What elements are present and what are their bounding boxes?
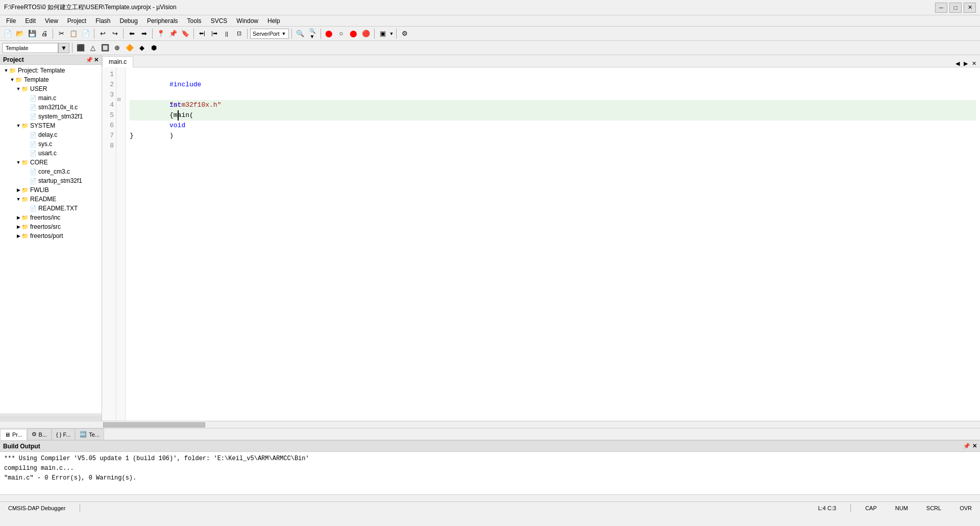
tree-item-sys[interactable]: ▶ 📄 sys.c [0,139,102,149]
minimize-button[interactable]: ─ [935,3,947,13]
expand-freertos-src[interactable]: ▶ [15,224,21,230]
code-content[interactable]: #include "stm32f10x.h" int main( void ) … [126,67,980,421]
project-hscroll-track[interactable] [0,415,102,420]
build-stop-btn[interactable]: ⬤ [324,28,335,39]
copy-btn[interactable]: 📋 [68,28,79,39]
find-btn[interactable]: 🔍 [295,28,306,39]
redo-btn[interactable]: ↪ [109,28,120,39]
hscroll-editor-track[interactable] [102,421,980,428]
tree-item-core[interactable]: ▼ 📁 CORE [0,158,102,167]
rebuild-btn[interactable]: 🔲 [100,42,111,54]
build-target-btn[interactable]: △ [87,42,99,54]
undo-btn[interactable]: ↩ [97,28,108,39]
new-file-btn[interactable]: 📄 [2,28,13,39]
bottom-tab-functions[interactable]: { } F... [52,428,75,440]
expand-freertos-port[interactable]: ▶ [15,233,21,239]
project-combo-arrow[interactable]: ▼ [58,43,69,53]
open-mdk-btn[interactable]: ⬢ [149,42,160,54]
bottom-tab-templates[interactable]: 🔤 Te... [75,428,104,440]
panel-close-btn[interactable]: ✕ [94,57,99,63]
next-bookmark-btn[interactable]: 🔖 [180,28,191,39]
erase-btn[interactable]: 🔴 [360,28,372,39]
tree-item-fwlib[interactable]: ▶ 📁 FWLIB [0,185,102,195]
menu-help[interactable]: Help [263,16,284,26]
code-editor[interactable]: 1 2 3 4 5 6 7 8 ⊟ [102,67,980,421]
save-btn[interactable]: 💾 [27,28,38,39]
expand-freertos-inc[interactable]: ▶ [15,214,21,221]
tree-item-readme[interactable]: ▼ 📁 README [0,195,102,204]
tree-item-usart[interactable]: ▶ 📄 usart.c [0,149,102,158]
view1-btn[interactable]: ▣ [377,28,388,39]
tab-scroll-left[interactable]: ◀ [954,60,961,67]
tree-item-core-cm3[interactable]: ▶ 📄 core_cm3.c [0,167,102,176]
gutter-4[interactable]: ⊟ [117,95,124,104]
save-all-btn[interactable]: 🖨 [39,28,50,39]
panel-pin-btn[interactable]: 📌 [86,57,93,63]
tree-item-freertos-inc[interactable]: ▶ 📁 freertos/inc [0,213,102,222]
serverport-combo[interactable]: ServerPort ▼ [250,29,289,39]
tree-item-freertos-src[interactable]: ▶ 📁 freertos/src [0,222,102,231]
build-close-btn[interactable]: ✕ [972,443,977,449]
tree-item-system[interactable]: ▼ 📁 SYSTEM [0,121,102,130]
build-output-content[interactable]: *** Using Compiler 'V5.05 update 1 (buil… [0,452,980,494]
run-btn[interactable]: ○ [336,28,347,39]
start-debug-btn[interactable]: ◆ [136,42,148,54]
expand-fwlib[interactable]: ▶ [15,187,21,193]
tab-scroll-right[interactable]: ▶ [962,60,969,67]
expand-template[interactable]: ▼ [9,77,15,83]
hscroll-thumb[interactable] [103,422,205,427]
bottom-tab-build[interactable]: ⚙ B... [27,428,52,440]
search-opt-btn[interactable]: 🔍▼ [307,28,318,39]
close-button[interactable]: ✕ [964,3,976,13]
editor-hscroll[interactable] [0,421,980,428]
view-arrow[interactable]: ▼ [389,31,394,36]
expand-core[interactable]: ▼ [15,159,21,165]
tree-item-system-stm32[interactable]: ▶ 📄 system_stm32f1 [0,112,102,121]
debug-btn[interactable]: ⬤ [348,28,359,39]
tree-item-stm32-it[interactable]: ▶ 📄 stm32f10x_it.c [0,103,102,112]
menu-window[interactable]: Window [232,16,262,26]
cut-btn[interactable]: ✂ [56,28,67,39]
batch-build-btn[interactable]: ⊕ [112,42,123,54]
tree-item-main-c[interactable]: ▶ 📄 main.c [0,93,102,103]
build-hscroll[interactable] [0,494,980,501]
toggle-comment-btn[interactable]: || [221,28,232,39]
expand-project-root[interactable]: ▼ [3,67,9,74]
format-btn[interactable]: ⊡ [233,28,244,39]
tree-item-delay[interactable]: ▶ 📄 delay.c [0,130,102,139]
menu-svcs[interactable]: SVCS [207,16,232,26]
options-btn[interactable]: ⚙ [399,28,410,39]
expand-user[interactable]: ▼ [15,86,21,92]
tree-item-user[interactable]: ▼ 📁 USER [0,84,102,93]
download-btn[interactable]: 🔶 [124,42,135,54]
menu-file[interactable]: File [2,16,20,26]
serverport-arrow[interactable]: ▼ [282,31,286,36]
bookmark-btn[interactable]: 📍 [155,28,166,39]
tree-item-template[interactable]: ▼ 📁 Template [0,75,102,84]
restore-button[interactable]: □ [949,3,962,13]
back-btn[interactable]: ⬅ [126,28,137,39]
expand-system[interactable]: ▼ [15,123,21,129]
menu-view[interactable]: View [41,16,62,26]
menu-debug[interactable]: Debug [116,16,142,26]
prev-bookmark-btn[interactable]: 📌 [167,28,179,39]
target-options-btn[interactable]: ⬛ [75,42,86,54]
tab-main-c[interactable]: main.c [102,56,133,67]
tree-item-freertos-port[interactable]: ▶ 📁 freertos/port [0,231,102,241]
menu-tools[interactable]: Tools [183,16,206,26]
open-btn[interactable]: 📂 [14,28,26,39]
project-hscroll[interactable] [0,414,102,421]
menu-peripherals[interactable]: Peripherals [143,16,182,26]
menu-project[interactable]: Project [63,16,90,26]
tree-item-startup[interactable]: ▶ 📄 startup_stm32f1 [0,176,102,185]
tree-item-project-root[interactable]: ▼ 📁 Project: Template [0,66,102,75]
expand-readme[interactable]: ▼ [15,196,21,202]
paste-btn[interactable]: 📄 [80,28,91,39]
tree-item-readme-txt[interactable]: ▶ 📄 README.TXT [0,204,102,213]
build-pin-btn[interactable]: 📌 [963,443,970,449]
unindent-btn[interactable]: |➡ [209,28,220,39]
menu-flash[interactable]: Flash [91,16,114,26]
bottom-tab-project[interactable]: 🖥 Pr... [0,429,27,440]
fwd-btn[interactable]: ➡ [138,28,150,39]
tab-close-all[interactable]: ✕ [970,60,978,67]
